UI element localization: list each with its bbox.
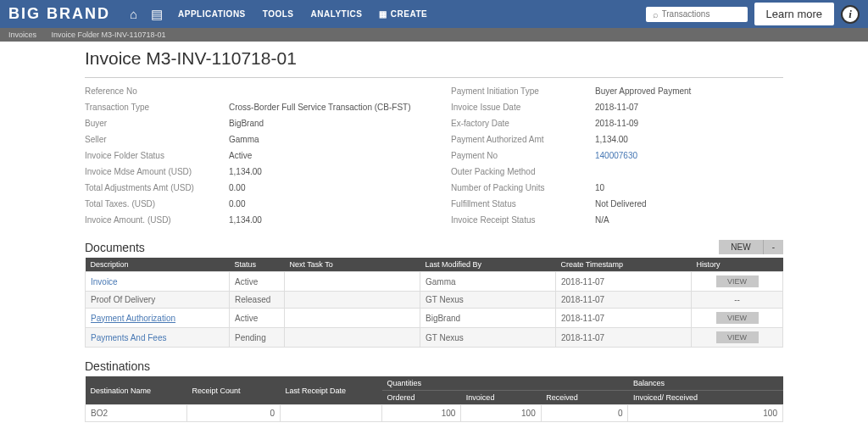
doc-row: Proof Of DeliveryReleasedGT Nexus2018-11…	[86, 292, 783, 309]
col-dest-name: Destination Name	[86, 376, 187, 405]
breadcrumb-invoices[interactable]: Invoices	[8, 31, 36, 39]
doc-link[interactable]: Invoice	[91, 277, 118, 287]
col-create: Create Timestamp	[556, 258, 692, 272]
nav-analytics[interactable]: ANALYTICS	[311, 9, 363, 19]
search-box[interactable]: ⌕	[646, 7, 748, 22]
nav-applications[interactable]: APPLICATIONS	[178, 9, 246, 19]
detail-row: Invoice Mdse Amount (USD)1,134.00	[85, 164, 417, 180]
doc-link[interactable]: Payment Authorization	[91, 314, 175, 323]
detail-row: Total Taxes. (USD)0.00	[85, 196, 417, 212]
col-next: Next Task To	[285, 258, 420, 272]
detail-row: BuyerBigBrand	[85, 115, 417, 131]
document-icon: ▦	[379, 9, 387, 19]
info-icon[interactable]: i	[841, 5, 860, 24]
detail-row: Reference No	[85, 83, 417, 99]
doc-link[interactable]: Payments And Fees	[91, 333, 167, 342]
logo: BIG BRAND	[8, 5, 110, 23]
nav-tools[interactable]: TOOLS	[263, 9, 294, 19]
detail-row: Payment Initiation TypeBuyer Approved Pa…	[451, 83, 783, 99]
detail-row: Invoice Folder StatusActive	[85, 147, 417, 164]
col-history: History	[692, 258, 783, 272]
breadcrumb: Invoices Invoice Folder M3-INV-110718-01	[0, 28, 868, 42]
detail-row: Invoice Issue Date2018-11-07	[451, 99, 783, 115]
col-last-receipt: Last Receipt Date	[281, 376, 382, 405]
col-status: Status	[230, 258, 285, 272]
nav-create[interactable]: ▦CREATE	[379, 9, 427, 19]
view-button[interactable]: VIEW	[716, 312, 759, 324]
search-input[interactable]	[662, 9, 730, 19]
detail-row: Fulfillment StatusNot Delivered	[451, 196, 783, 212]
new-dropdown[interactable]: -	[764, 240, 783, 254]
doc-link: Proof Of Delivery	[91, 295, 155, 304]
detail-row: Transaction TypeCross-Border Full Servic…	[85, 99, 417, 115]
doc-row: Payments And FeesPendingGT Nexus2018-11-…	[86, 328, 783, 348]
col-description: Description	[86, 258, 230, 272]
view-button[interactable]: VIEW	[716, 331, 759, 343]
home-icon[interactable]: ⌂	[130, 7, 137, 21]
detail-row: Invoice Amount. (USD)1,134.00	[85, 212, 417, 228]
page-title: Invoice M3-INV-110718-01	[85, 48, 783, 69]
detail-row: Invoice Receipt StatusN/A	[451, 212, 783, 228]
detail-row: Payment No140007630	[451, 147, 783, 164]
breadcrumb-folder[interactable]: Invoice Folder M3-INV-110718-01	[52, 31, 166, 39]
learn-more-button[interactable]: Learn more	[754, 3, 834, 25]
col-invoiced: Invoiced	[461, 391, 541, 405]
search-icon: ⌕	[653, 9, 659, 19]
col-quantities: Quantities	[382, 376, 628, 391]
col-inv-rec: Invoiced/ Received	[628, 391, 783, 405]
col-received: Received	[541, 391, 628, 405]
documents-heading: Documents	[85, 241, 145, 254]
clipboard-icon[interactable]: ▤	[151, 7, 163, 22]
doc-row: Payment AuthorizationActiveBigBrand2018-…	[86, 309, 783, 328]
col-receipt-count: Receipt Count	[187, 376, 281, 405]
new-button[interactable]: NEW	[719, 240, 763, 254]
detail-row: Total Adjustments Amt (USD)0.00	[85, 180, 417, 196]
col-balances: Balances	[628, 376, 783, 391]
destinations-heading: Destinations	[85, 359, 150, 373]
doc-row: InvoiceActiveGamma2018-11-07VIEW	[86, 272, 783, 292]
dest-row: BO2 0 100 100 0 100	[86, 405, 783, 422]
documents-table: Description Status Next Task To Last Mod…	[85, 258, 783, 348]
detail-row: Ex-factory Date2018-11-09	[451, 115, 783, 131]
col-last: Last Modified By	[420, 258, 556, 272]
view-button[interactable]: VIEW	[716, 275, 759, 287]
detail-row: Number of Packing Units10	[451, 180, 783, 196]
destinations-table: Destination Name Receipt Count Last Rece…	[85, 376, 783, 422]
col-ordered: Ordered	[382, 391, 461, 405]
detail-row: Outer Packing Method	[451, 164, 783, 180]
detail-row: Payment Authorized Amt1,134.00	[451, 131, 783, 147]
detail-row: SellerGamma	[85, 131, 417, 147]
